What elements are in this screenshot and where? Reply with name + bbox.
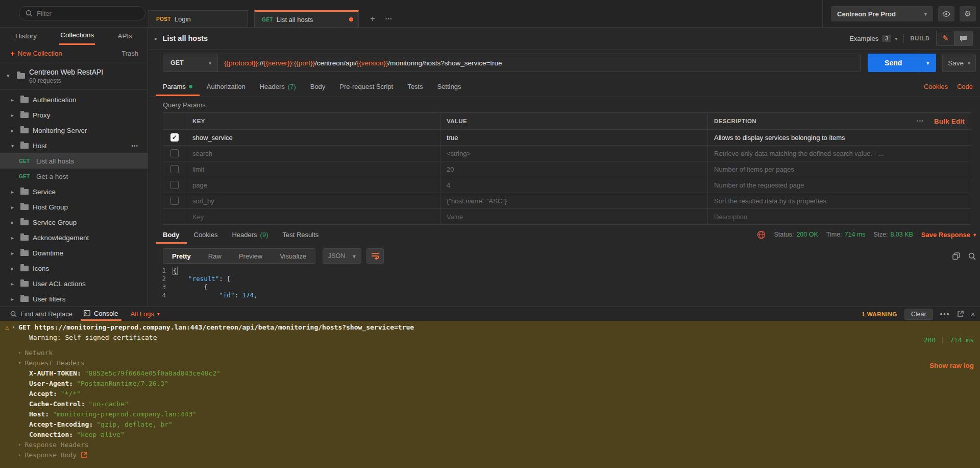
settings-button[interactable]: ⚙ [960, 6, 976, 21]
chevron-down-icon[interactable]: ▾ [7, 73, 13, 79]
filter-input[interactable] [37, 10, 129, 17]
param-key[interactable]: sort_by [186, 193, 440, 208]
collection-centreon-web-restapi[interactable]: ▾ Centreon Web RestAPI 60 requests [0, 62, 148, 90]
request-get-a-host[interactable]: GETGet a host [0, 169, 148, 184]
checkbox-unchecked[interactable] [170, 197, 179, 205]
send-button[interactable]: Send ▾ [868, 54, 936, 72]
param-description[interactable]: Sort the resulted data by its properties [707, 193, 971, 208]
tab-list-all-hosts[interactable]: GET List all hosts [254, 10, 359, 28]
examples-dropdown[interactable]: Examples 3 ▾ [849, 35, 897, 42]
folder-user-filters[interactable]: ▸User filters [0, 291, 148, 307]
folder-authentication[interactable]: ▸Authentication [0, 92, 148, 107]
clear-console-button[interactable]: Clear [904, 309, 933, 320]
tab-apis[interactable]: APIs [116, 29, 133, 44]
chevron-right-icon[interactable]: ▸ [11, 281, 16, 287]
folder-service-group[interactable]: ▸Service Group [0, 215, 148, 230]
cookies-link[interactable]: Cookies [924, 83, 948, 90]
checkbox-unchecked[interactable] [170, 165, 179, 173]
chevron-right-icon[interactable]: ▸ [11, 204, 16, 210]
folder-options-button[interactable]: ••• [131, 143, 138, 149]
checkbox-checked[interactable]: ✓ [170, 133, 179, 142]
folder-host[interactable]: ▾Host••• [0, 138, 148, 153]
sidebar-filter[interactable] [19, 6, 145, 20]
tab-params[interactable]: Params [156, 77, 200, 96]
table-row[interactable]: limit 20 Number of items per pages [163, 161, 971, 177]
checkbox-unchecked[interactable] [170, 149, 179, 157]
save-button[interactable]: Save ▾ [942, 54, 976, 72]
console-options-button[interactable]: ••• [940, 310, 950, 318]
param-value[interactable]: {"host.name":"ASC"} [440, 193, 707, 208]
tab-headers[interactable]: Headers(7) [253, 77, 303, 96]
chevron-right-icon[interactable]: ▸ [11, 220, 16, 225]
save-response-button[interactable]: Save Response▾ [921, 231, 976, 239]
tab-response-body[interactable]: Body [156, 226, 187, 244]
param-description-placeholder[interactable]: Description [707, 209, 971, 224]
trash-button[interactable]: Trash [121, 50, 138, 57]
request-headers-toggle[interactable]: ▾ Request Headers [0, 358, 980, 368]
folder-downtime[interactable]: ▸Downtime [0, 245, 148, 261]
format-selector[interactable]: JSON ▾ [323, 248, 361, 264]
param-value[interactable]: <string> [440, 146, 707, 161]
param-value-placeholder[interactable]: Value [440, 209, 707, 224]
tab-authorization[interactable]: Authorization [200, 77, 253, 96]
chevron-right-icon[interactable]: ▸ [11, 250, 16, 256]
response-body-editor[interactable]: 1{ 2 "result": [ 3 { 4 "id": 174, [149, 267, 980, 307]
param-key[interactable]: show_service [186, 130, 440, 145]
tab-collections[interactable]: Collections [59, 28, 95, 45]
param-description[interactable]: Retrieve only data matching the defined … [707, 146, 971, 161]
console-tab[interactable]: Console [81, 307, 121, 321]
param-key[interactable]: limit [186, 161, 440, 177]
table-row[interactable]: ✓ show_service true Allows to display se… [163, 129, 971, 145]
ssl-warning-icon[interactable] [757, 230, 766, 239]
environment-quick-look-button[interactable] [938, 6, 954, 21]
view-pretty[interactable]: Pretty [163, 249, 200, 263]
tab-pre-request-script[interactable]: Pre-request Script [332, 77, 400, 96]
checkbox-unchecked[interactable] [170, 181, 179, 189]
table-row[interactable]: search <string> Retrieve only data match… [163, 145, 971, 161]
bulk-edit-link[interactable]: Bulk Edit [934, 118, 965, 125]
param-key[interactable]: search [186, 146, 440, 161]
param-description[interactable]: Number of items per pages [707, 161, 971, 177]
response-body-toggle[interactable]: ▸ Response Body [0, 450, 980, 460]
folder-host-group[interactable]: ▸Host Group [0, 199, 148, 215]
environment-selector[interactable]: Centreon Pre Prod ▾ [831, 6, 933, 21]
tab-response-headers[interactable]: Headers(9) [225, 226, 275, 244]
param-description[interactable]: Allows to display services belonging to … [707, 130, 971, 145]
folder-icons[interactable]: ▸Icons [0, 261, 148, 276]
tab-tests[interactable]: Tests [400, 77, 430, 96]
code-link[interactable]: Code [957, 83, 973, 90]
chevron-right-icon[interactable]: ▸ [11, 112, 16, 118]
param-key[interactable]: page [186, 177, 440, 193]
param-value[interactable]: true [440, 130, 707, 145]
view-visualize[interactable]: Visualize [271, 249, 315, 263]
tab-settings[interactable]: Settings [430, 77, 468, 96]
request-list-all-hosts[interactable]: GETList all hosts [0, 153, 148, 169]
param-value[interactable]: 20 [440, 161, 707, 177]
folder-proxy[interactable]: ▸Proxy [0, 107, 148, 123]
tab-body[interactable]: Body [303, 77, 333, 96]
network-toggle[interactable]: ▸ Network [0, 347, 980, 358]
open-console-window-button[interactable] [957, 311, 964, 317]
chevron-down-icon[interactable]: ▾ [11, 143, 16, 149]
open-response-body-button[interactable] [81, 452, 87, 458]
chevron-right-icon[interactable]: ▸ [155, 35, 158, 42]
new-tab-button[interactable]: + [365, 10, 380, 28]
chevron-right-icon[interactable]: ▸ [11, 296, 16, 302]
chevron-right-icon[interactable]: ▸ [11, 235, 16, 241]
view-raw[interactable]: Raw [200, 249, 230, 263]
folder-acknowledgement[interactable]: ▸Acknowledgement [0, 230, 148, 245]
tab-history[interactable]: History [14, 29, 38, 44]
comments-button[interactable] [954, 31, 973, 46]
param-value[interactable]: 4 [440, 177, 707, 193]
method-selector[interactable]: GET ▾ [163, 54, 218, 72]
url-input[interactable]: {{protocol}}://{{server}}:{{port}}/centr… [218, 54, 860, 72]
tab-response-cookies[interactable]: Cookies [187, 226, 225, 244]
search-response-button[interactable] [968, 252, 976, 260]
chevron-right-icon[interactable]: ▸ [11, 128, 16, 133]
tab-options-button[interactable]: ••• [380, 10, 398, 28]
tab-login[interactable]: POST Login [149, 10, 248, 28]
chevron-down-icon[interactable]: ▾ [12, 324, 15, 330]
response-headers-toggle[interactable]: ▸ Response Headers [0, 439, 980, 450]
more-options-icon[interactable]: ••• [917, 119, 924, 124]
new-collection-button[interactable]: + New Collection [10, 49, 62, 58]
